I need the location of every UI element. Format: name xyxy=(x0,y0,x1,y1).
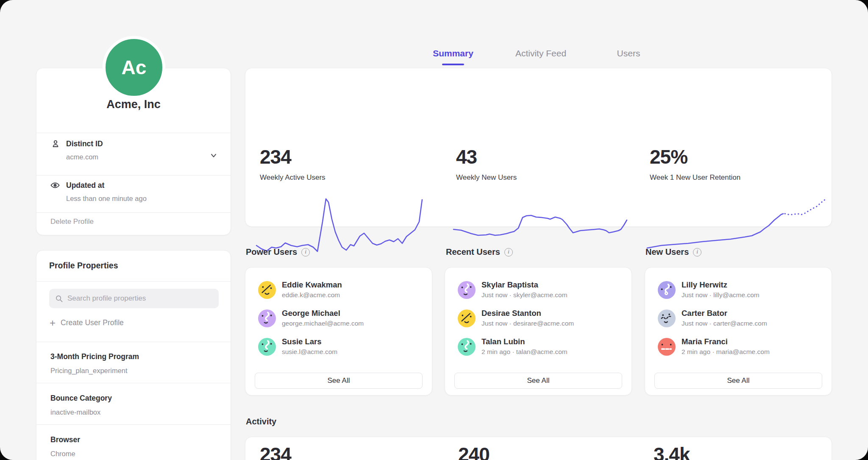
user-name: Susie Lars xyxy=(282,337,322,346)
list-item[interactable]: Maria Franci 2 min ago · maria@acme.com xyxy=(658,337,823,361)
activity-stat-value: 240 xyxy=(458,443,490,460)
user-subtitle: 2 min ago · talan@acme.com xyxy=(481,348,568,356)
stat-weekly-active-users-label: Weekly Active Users xyxy=(260,173,326,182)
search-input[interactable] xyxy=(67,294,213,303)
company-name: Acme, Inc xyxy=(36,98,231,111)
user-name: George Michael xyxy=(282,309,340,318)
recent-users-title: Recent Users xyxy=(446,247,500,257)
see-all-button[interactable]: See All xyxy=(454,373,622,389)
summary-card: 234 Weekly Active Users 43 Weekly New Us… xyxy=(245,68,832,227)
chevron-down-icon[interactable] xyxy=(209,151,218,160)
avatar xyxy=(258,309,276,327)
curl-face-icon xyxy=(658,281,676,299)
search-profile-properties[interactable] xyxy=(49,289,219,308)
person-icon xyxy=(50,139,61,149)
avatar xyxy=(258,338,276,356)
updated-at-label: Updated at xyxy=(66,181,104,190)
wink-face-icon xyxy=(258,281,276,299)
avatar xyxy=(658,281,676,299)
power-users-title: Power Users xyxy=(246,247,297,257)
list-item[interactable]: Talan Lubin 2 min ago · talan@acme.com xyxy=(458,337,623,361)
list-item[interactable]: Desirae Stanton Just now · desirare@acme… xyxy=(458,309,623,332)
power-users-header: Power Users i xyxy=(246,247,310,257)
squiggle-face-icon xyxy=(458,281,476,299)
list-item[interactable]: Skylar Baptista Just now · skyler@acme.c… xyxy=(458,280,623,304)
stat-weekly-active-users-value: 234 xyxy=(260,145,291,168)
stat-weekly-new-users-label: Weekly New Users xyxy=(456,173,517,182)
list-item[interactable]: Eddie Kwakman eddie.k@acme.com xyxy=(258,280,423,304)
user-subtitle: Just now · lilly@acme.com xyxy=(682,291,760,299)
distinct-id-label: Distinct ID xyxy=(66,139,103,148)
info-icon[interactable]: i xyxy=(301,248,310,256)
power-users-card: Eddie Kwakman eddie.k@acme.com George Mi… xyxy=(245,267,432,396)
list-item[interactable]: Susie Lars susie.l@acme.com xyxy=(258,337,423,361)
divider xyxy=(36,281,231,282)
create-user-profile-label: Create User Profile xyxy=(61,318,124,327)
zigzag-face-icon xyxy=(658,309,676,327)
delete-profile-button[interactable]: Delete Profile xyxy=(50,217,94,226)
plus-icon: + xyxy=(50,319,56,327)
list-item[interactable]: George Michael george.michael@acme.com xyxy=(258,309,423,332)
new-users-title: New Users xyxy=(645,247,689,257)
new-users-header: New Users i xyxy=(645,247,701,257)
avatar xyxy=(658,338,676,356)
list-item[interactable]: Lilly Herwitz Just now · lilly@acme.com xyxy=(658,280,823,304)
user-subtitle: Just now · carter@acme.com xyxy=(682,320,767,327)
property-name: Browser xyxy=(50,435,80,444)
property-name: 3-Month Pricing Program xyxy=(50,352,139,361)
user-subtitle: 2 min ago · maria@acme.com xyxy=(682,348,770,356)
company-avatar: Ac xyxy=(103,36,165,99)
activity-card: 234 240 3.4k xyxy=(245,437,832,460)
squiggle-face-icon xyxy=(258,309,276,327)
divider xyxy=(36,424,231,425)
squiggle-face-icon xyxy=(458,338,476,356)
property-value: Chrome xyxy=(50,450,75,458)
stat-retention-value: 25% xyxy=(650,145,687,168)
property-value: inactive-mailbox xyxy=(50,408,100,416)
recent-users-header: Recent Users i xyxy=(446,247,513,257)
list-item[interactable]: Carter Bator Just now · carter@acme.com xyxy=(658,309,823,332)
divider xyxy=(36,342,231,342)
recent-users-card: Skylar Baptista Just now · skyler@acme.c… xyxy=(445,267,632,396)
distinct-id-value: acme.com xyxy=(66,153,98,161)
user-subtitle: Just now · desirare@acme.com xyxy=(481,320,574,327)
user-name: Lilly Herwitz xyxy=(682,280,727,290)
divider xyxy=(36,133,231,133)
search-icon xyxy=(55,295,63,303)
info-icon[interactable]: i xyxy=(693,248,701,256)
squiggle-face-icon xyxy=(258,338,276,356)
user-name: Carter Bator xyxy=(682,309,727,318)
avatar xyxy=(458,309,476,327)
active-tab-underline xyxy=(442,64,464,65)
divider xyxy=(36,212,231,213)
property-value: Pricing_plan_experiment xyxy=(50,367,128,375)
eye-icon xyxy=(50,180,60,190)
profile-properties-title: Profile Properties xyxy=(49,261,118,270)
see-all-button[interactable]: See All xyxy=(255,373,423,389)
new-users-card: Lilly Herwitz Just now · lilly@acme.com … xyxy=(645,267,832,396)
avatar xyxy=(458,281,476,299)
flat-face-icon xyxy=(658,338,676,356)
app-window: Ac Acme, Inc Distinct ID acme.com Update… xyxy=(0,0,868,460)
user-name: Skylar Baptista xyxy=(481,280,538,290)
property-name: Bounce Category xyxy=(50,394,112,403)
tab-summary[interactable]: Summary xyxy=(433,48,473,59)
stat-weekly-new-users-value: 43 xyxy=(456,145,477,168)
tab-users[interactable]: Users xyxy=(617,48,640,59)
user-subtitle: susie.l@acme.com xyxy=(282,348,337,356)
info-icon[interactable]: i xyxy=(504,248,513,256)
profile-properties-card: Profile Properties + Create User Profile… xyxy=(36,250,231,460)
activity-title: Activity xyxy=(246,417,276,427)
stat-retention-label: Week 1 New User Retention xyxy=(650,173,740,182)
create-user-profile-button[interactable]: + Create User Profile xyxy=(50,318,124,327)
user-name: Maria Franci xyxy=(682,337,728,346)
user-name: Desirae Stanton xyxy=(481,309,541,318)
activity-stat-value: 234 xyxy=(260,443,291,460)
user-subtitle: eddie.k@acme.com xyxy=(282,291,340,299)
avatar xyxy=(258,281,276,299)
user-subtitle: Just now · skyler@acme.com xyxy=(481,291,568,299)
see-all-button[interactable]: See All xyxy=(654,373,822,389)
user-name: Talan Lubin xyxy=(481,337,525,346)
tab-activity-feed[interactable]: Activity Feed xyxy=(515,48,566,59)
updated-at-value: Less than one minute ago xyxy=(66,195,147,203)
